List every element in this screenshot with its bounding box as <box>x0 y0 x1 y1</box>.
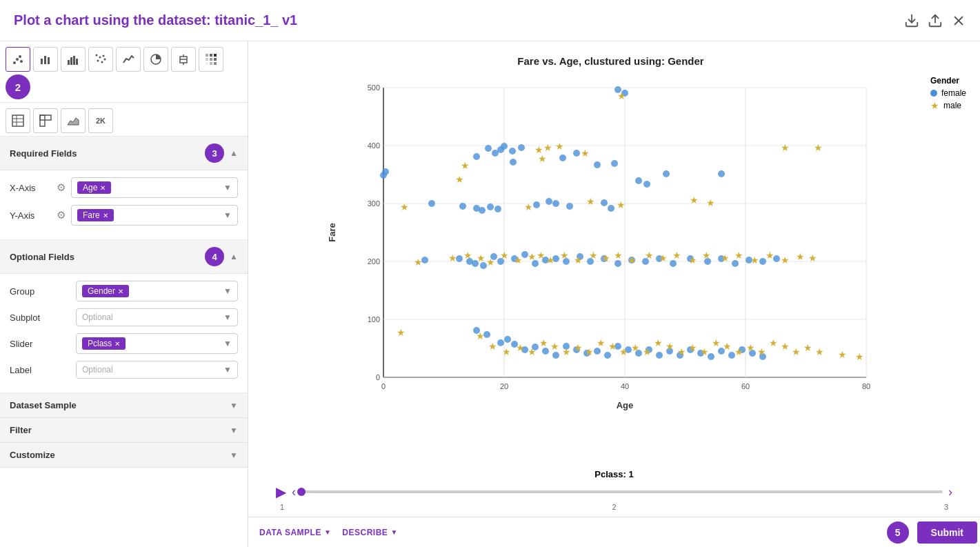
svg-text:★: ★ <box>501 346 510 357</box>
svg-text:60: 60 <box>741 382 749 390</box>
svg-text:★: ★ <box>586 196 594 207</box>
svg-text:★: ★ <box>722 341 731 352</box>
svg-point-79 <box>611 160 618 167</box>
x-axis-gear-icon[interactable]: ⚙ <box>57 181 66 194</box>
required-fields-label: Required Fields <box>10 148 77 159</box>
svg-text:★: ★ <box>665 341 674 352</box>
svg-text:★: ★ <box>448 252 457 263</box>
scatter2-btn[interactable] <box>88 47 113 72</box>
tab-describe[interactable]: DESCRIBE ▼ <box>342 528 397 537</box>
svg-text:★: ★ <box>475 330 484 341</box>
optional-fields-body: Group Gender ✕ ▼ Subplot Optional ▼ <box>0 274 248 393</box>
group-tag: Gender ✕ <box>82 285 129 297</box>
x-axis-row: X-Axis ⚙ Age ✕ ▼ <box>10 177 238 198</box>
svg-text:★: ★ <box>711 337 720 348</box>
group-tag-remove[interactable]: ✕ <box>118 288 123 295</box>
chart-legend: Gender female ★ male <box>930 76 966 113</box>
optional-fields-chevron: ▲ <box>230 252 238 261</box>
svg-text:★: ★ <box>795 251 804 262</box>
export-icon[interactable] <box>928 13 943 28</box>
svg-point-127 <box>483 331 490 338</box>
svg-point-90 <box>546 198 552 205</box>
subplot-placeholder: Optional <box>82 312 223 322</box>
slider-ticks: 1 2 3 <box>276 500 952 511</box>
x-axis-select[interactable]: Age ✕ ▼ <box>71 177 238 198</box>
svg-text:200: 200 <box>367 257 379 266</box>
next-button[interactable]: › <box>948 485 952 499</box>
scatter-plot-btn[interactable] <box>6 47 30 72</box>
k2-btn[interactable]: 2K <box>88 108 113 133</box>
svg-text:0: 0 <box>381 382 385 390</box>
optional-fields-header[interactable]: Optional Fields 4 ▲ <box>0 240 248 274</box>
svg-point-129 <box>504 336 511 343</box>
filter-header[interactable]: Filter ▼ <box>0 418 248 443</box>
svg-text:★: ★ <box>559 250 568 261</box>
svg-point-5 <box>16 58 19 61</box>
area-btn[interactable] <box>61 108 86 133</box>
line-chart-btn[interactable] <box>116 47 141 72</box>
svg-point-91 <box>552 200 559 207</box>
y-axis-arrow: ▼ <box>223 210 232 220</box>
histogram-btn[interactable] <box>61 47 86 72</box>
svg-text:★: ★ <box>550 341 559 352</box>
svg-text:★: ★ <box>803 342 812 353</box>
dataset-sample-chevron: ▼ <box>230 401 238 410</box>
svg-rect-40 <box>40 115 51 120</box>
prev-button[interactable]: ‹ <box>292 485 296 499</box>
svg-rect-8 <box>41 59 43 64</box>
svg-rect-30 <box>210 58 212 61</box>
tab-data-sample-arrow: ▼ <box>324 528 331 536</box>
group-select[interactable]: Gender ✕ ▼ <box>76 281 238 301</box>
y-axis-select[interactable]: Fare ✕ ▼ <box>71 205 238 226</box>
tab-describe-label: DESCRIBE <box>342 528 388 537</box>
slider-tag-remove[interactable]: ✕ <box>114 340 120 348</box>
svg-text:★: ★ <box>808 252 817 263</box>
svg-rect-28 <box>214 54 217 57</box>
close-icon[interactable] <box>951 13 966 28</box>
svg-rect-14 <box>76 59 78 65</box>
svg-text:★: ★ <box>672 250 681 261</box>
table-btn[interactable] <box>6 108 30 133</box>
dataset-sample-header[interactable]: Dataset Sample ▼ <box>0 393 248 418</box>
pie-chart-btn[interactable] <box>143 47 168 72</box>
y-axis-gear-icon[interactable]: ⚙ <box>57 209 66 221</box>
tab-describe-arrow: ▼ <box>390 528 397 536</box>
subplot-select[interactable]: Optional ▼ <box>76 308 238 326</box>
required-fields-body: X-Axis ⚙ Age ✕ ▼ Y-Axis ⚙ Fare ✕ <box>0 170 248 240</box>
pivot-btn[interactable] <box>33 108 58 133</box>
slider-track[interactable] <box>301 490 943 493</box>
svg-point-74 <box>473 153 480 160</box>
tab-data-sample[interactable]: DATA SAMPLE ▼ <box>259 528 331 537</box>
required-fields-header[interactable]: Required Fields 3 ▲ <box>0 137 248 170</box>
svg-text:★: ★ <box>627 255 636 266</box>
svg-text:★: ★ <box>814 346 823 357</box>
svg-text:★: ★ <box>630 342 639 353</box>
svg-rect-31 <box>214 58 217 61</box>
svg-point-15 <box>96 54 98 57</box>
submit-button[interactable]: Submit <box>917 521 977 544</box>
legend-female-label: female <box>941 88 966 98</box>
play-button[interactable]: ▶ <box>276 484 286 500</box>
y-axis-tag-remove[interactable]: ✕ <box>103 212 108 219</box>
x-axis-tag-remove[interactable]: ✕ <box>100 184 106 192</box>
tick-2: 2 <box>612 503 616 511</box>
tick-1: 1 <box>280 503 284 511</box>
svg-point-138 <box>594 348 601 355</box>
download-icon[interactable] <box>904 13 919 28</box>
bar-chart-btn[interactable] <box>33 47 58 72</box>
svg-text:★: ★ <box>513 255 522 266</box>
svg-text:★: ★ <box>476 252 485 263</box>
svg-point-4 <box>13 61 16 64</box>
svg-text:★: ★ <box>527 251 536 262</box>
svg-rect-39 <box>40 115 45 126</box>
filter-label: Filter <box>10 425 32 435</box>
box-chart-btn[interactable] <box>171 47 196 72</box>
y-axis-tag: Fare ✕ <box>77 209 114 221</box>
label-select[interactable]: Optional ▼ <box>76 361 238 379</box>
customize-header[interactable]: Customize ▼ <box>0 443 248 468</box>
x-axis-arrow: ▼ <box>223 183 232 192</box>
heatmap-btn[interactable] <box>199 47 223 72</box>
slider-container: Pclass: 1 ▶ ‹ › 1 2 3 <box>248 466 980 517</box>
slider-select[interactable]: Pclass ✕ ▼ <box>76 333 238 354</box>
step2-badge[interactable]: 2 <box>6 74 30 99</box>
